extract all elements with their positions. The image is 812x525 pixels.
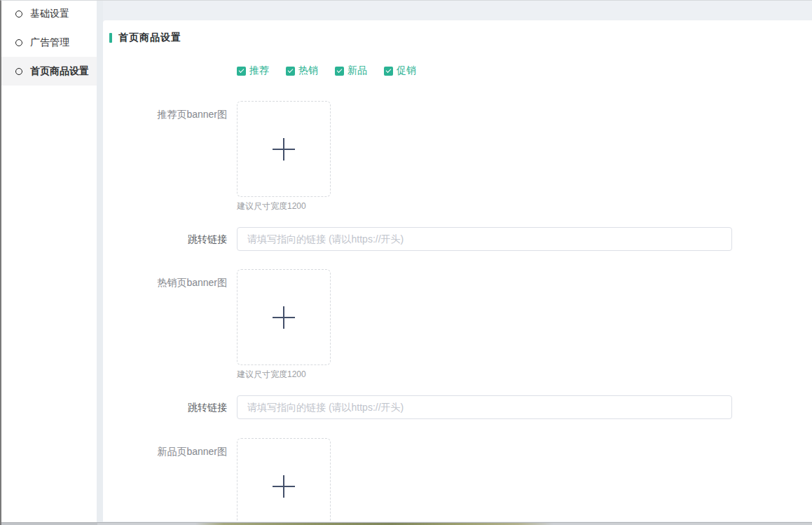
sidebar: 基础设置 广告管理 首页商品设置 xyxy=(1,1,97,523)
sidebar-item-label: 首页商品设置 xyxy=(30,65,89,78)
settings-card: 首页商品设置 推荐 热销 新品 xyxy=(103,20,812,521)
sidebar-item-label: 广告管理 xyxy=(30,36,69,49)
form-row-hotsale-link: 跳转链接 xyxy=(109,395,812,419)
checkbox-group: 推荐 热销 新品 促销 xyxy=(237,64,416,77)
app-root: 基础设置 广告管理 首页商品设置 首页商品设置 xyxy=(0,0,812,525)
checkbox-checked-icon xyxy=(335,67,344,76)
checkbox-recommend[interactable]: 推荐 xyxy=(237,64,269,77)
tab-checkbox-row: 推荐 热销 新品 促销 xyxy=(109,64,812,77)
form-row-recommend-banner: 推荐页banner图 建议尺寸宽度1200 xyxy=(109,101,812,212)
checkbox-checked-icon xyxy=(237,67,246,76)
upload-newproduct-banner-button[interactable] xyxy=(237,438,331,521)
checkbox-new-product[interactable]: 新品 xyxy=(335,64,367,77)
bottom-page-edge xyxy=(1,522,812,525)
checkbox-promotion[interactable]: 促销 xyxy=(384,64,416,77)
radio-circle-icon xyxy=(15,68,22,75)
radio-circle-icon xyxy=(15,11,22,18)
field-label: 新品页banner图 xyxy=(109,438,237,458)
field-label: 热销页banner图 xyxy=(109,269,237,289)
plus-icon xyxy=(273,138,295,161)
checkbox-label: 推荐 xyxy=(249,64,269,77)
plus-icon xyxy=(273,475,295,498)
radio-circle-icon xyxy=(15,39,22,46)
hotsale-link-input[interactable] xyxy=(237,395,732,419)
checkbox-checked-icon xyxy=(384,67,393,76)
checkbox-checked-icon xyxy=(286,67,295,76)
sidebar-item-basic-settings[interactable]: 基础设置 xyxy=(1,0,97,28)
field-label: 跳转链接 xyxy=(109,395,237,419)
upload-size-hint: 建议尺寸宽度1200 xyxy=(237,369,331,381)
checkbox-label: 热销 xyxy=(298,64,318,77)
sidebar-item-homepage-product-settings[interactable]: 首页商品设置 xyxy=(1,57,97,86)
form-row-newproduct-banner: 新品页banner图 xyxy=(109,438,812,521)
section-accent-bar xyxy=(109,33,112,43)
field-label: 推荐页banner图 xyxy=(109,101,237,121)
upload-field xyxy=(237,438,331,521)
sidebar-item-label: 基础设置 xyxy=(30,8,69,20)
upload-recommend-banner-button[interactable] xyxy=(237,101,331,197)
section-header: 首页商品设置 xyxy=(109,32,812,43)
upload-hotsale-banner-button[interactable] xyxy=(237,269,331,365)
form-row-hotsale-banner: 热销页banner图 建议尺寸宽度1200 xyxy=(109,269,812,381)
checkbox-label: 促销 xyxy=(397,64,416,77)
upload-size-hint: 建议尺寸宽度1200 xyxy=(237,200,331,212)
checkbox-hot-sale[interactable]: 热销 xyxy=(286,64,318,77)
plus-icon xyxy=(273,306,295,329)
sidebar-item-ad-management[interactable]: 广告管理 xyxy=(1,28,97,57)
sidebar-gutter xyxy=(97,1,103,525)
field-label: 跳转链接 xyxy=(109,227,237,251)
recommend-link-input[interactable] xyxy=(237,227,732,251)
checkbox-label: 新品 xyxy=(347,64,367,77)
form-row-recommend-link: 跳转链接 xyxy=(109,227,812,251)
upload-field: 建议尺寸宽度1200 xyxy=(237,101,331,212)
page-title: 首页商品设置 xyxy=(118,32,181,44)
upload-field: 建议尺寸宽度1200 xyxy=(237,269,331,381)
main-area: 首页商品设置 推荐 热销 新品 xyxy=(97,1,812,525)
sidebar-menu: 基础设置 广告管理 首页商品设置 xyxy=(1,0,97,86)
